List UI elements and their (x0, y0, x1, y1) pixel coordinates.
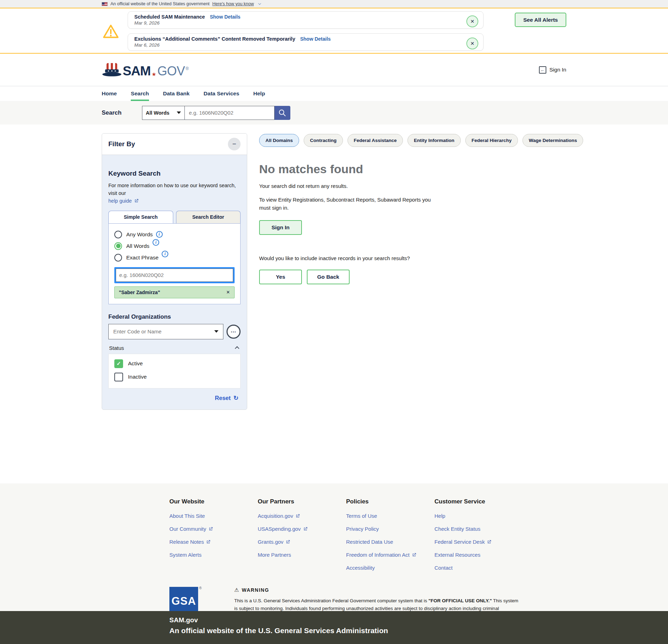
how-you-know-link[interactable]: Here's how you know (212, 1, 254, 6)
filter-by-title: Filter By (108, 140, 135, 148)
gsa-logo: GSA ® (169, 587, 198, 611)
nav-item-home[interactable]: Home (102, 86, 117, 101)
footer-link-release-notes[interactable]: Release Notes (169, 539, 258, 545)
domain-pill-wage-determinations[interactable]: Wage Determinations (522, 134, 583, 147)
yes-button[interactable]: Yes (259, 270, 302, 284)
footer-link-our-community[interactable]: Our Community (169, 526, 258, 532)
info-icon[interactable]: i (153, 239, 159, 246)
footer-link-check-entity-status[interactable]: Check Entity Status (434, 526, 523, 532)
more-organizations-button[interactable]: ... (227, 325, 241, 339)
footer-heading-customer-service: Customer Service (434, 498, 523, 505)
alert-date: Mar 9, 2026 (134, 20, 466, 26)
keyword-info-text: For more information on how to use our k… (108, 182, 241, 197)
footer-heading-our-partners: Our Partners (258, 498, 346, 505)
show-details-link[interactable]: Show Details (300, 36, 331, 42)
external-link-icon (303, 527, 308, 531)
nav-item-data-services[interactable]: Data Services (204, 86, 239, 101)
footer-link-usaspending-gov[interactable]: USASpending.gov (258, 526, 346, 532)
footer-link-terms-of-use[interactable]: Terms of Use (346, 513, 434, 519)
footer-link-grants-gov[interactable]: Grants.gov (258, 539, 346, 545)
logo-star-icon: ★ (151, 72, 156, 77)
simple-search-box: Any Words i All Words i Exact Phrase i (108, 223, 241, 304)
sign-in-link[interactable]: ← Sign In (539, 66, 566, 74)
site-footer: Our Website About This Site Our Communit… (0, 483, 668, 611)
radio-exact-phrase[interactable] (114, 254, 122, 262)
warning-title: WARNING (242, 587, 269, 593)
info-icon[interactable]: i (156, 231, 163, 238)
keyword-input[interactable] (116, 269, 233, 282)
domain-pill-federal-hierarchy[interactable]: Federal Hierarchy (465, 134, 518, 147)
sign-in-button[interactable]: Sign In (259, 220, 302, 235)
external-link-icon (285, 540, 290, 544)
go-back-button[interactable]: Go Back (307, 270, 350, 284)
nav-item-data-bank[interactable]: Data Bank (163, 86, 190, 101)
footer-link-contact[interactable]: Contact (434, 565, 523, 571)
footer-heading-our-website: Our Website (169, 498, 258, 505)
us-flag-icon (102, 2, 108, 6)
footer-link-external-resources[interactable]: External Resources (434, 552, 523, 558)
radio-any-words[interactable] (114, 231, 122, 238)
external-link-icon (412, 553, 417, 557)
footer-link-acquisition-gov[interactable]: Acquisition.gov (258, 513, 346, 519)
domain-pill-federal-assistance[interactable]: Federal Assistance (348, 134, 403, 147)
footer-link-more-partners[interactable]: More Partners (258, 552, 346, 558)
search-mode-select[interactable]: All Words (142, 106, 185, 120)
footer-link-system-alerts[interactable]: System Alerts (169, 552, 258, 558)
search-button[interactable] (275, 106, 290, 120)
dark-footer-title: SAM.gov (169, 616, 566, 624)
alert-date: Mar 6, 2026 (134, 42, 466, 48)
radio-all-words[interactable] (114, 242, 122, 250)
see-all-alerts-button[interactable]: See All Alerts (515, 13, 566, 27)
domain-pill-contracting[interactable]: Contracting (304, 134, 343, 147)
nav-item-search[interactable]: Search (131, 86, 149, 101)
alert-card: Exclusions “Additional Comments” Content… (128, 33, 484, 51)
inactive-records-question: Would you like to include inactive recor… (259, 255, 583, 261)
tab-simple-search[interactable]: Simple Search (108, 211, 173, 223)
domain-pill-all-domains[interactable]: All Domains (259, 134, 299, 147)
federal-organizations-select[interactable]: Enter Code or Name (108, 324, 223, 339)
logo-sam-text: SAM (123, 65, 150, 77)
alert-close-button[interactable]: ✕ (466, 15, 478, 27)
remove-tag-icon[interactable]: ✕ (226, 290, 230, 295)
external-link-icon (208, 527, 213, 531)
site-header: SAM ★ GOV ® ← Sign In (0, 54, 668, 86)
login-icon: ← (539, 66, 546, 74)
collapse-filters-button[interactable]: − (228, 138, 241, 150)
chevron-down-icon (214, 330, 218, 333)
footer-heading-policies: Policies (346, 498, 434, 505)
footer-link-federal-service-desk[interactable]: Federal Service Desk (434, 539, 523, 545)
footer-link-privacy-policy[interactable]: Privacy Policy (346, 526, 434, 532)
alert-close-button[interactable]: ✕ (466, 38, 478, 49)
alert-title: Exclusions “Additional Comments” Content… (134, 36, 295, 42)
show-details-link[interactable]: Show Details (210, 14, 240, 20)
search-input[interactable] (185, 106, 275, 120)
federal-organizations-heading: Federal Organizations (108, 313, 241, 320)
domain-pill-entity-information[interactable]: Entity Information (407, 134, 461, 147)
gov-banner: An official website of the United States… (0, 0, 668, 8)
info-icon[interactable]: i (162, 251, 168, 257)
help-guide-link[interactable]: help guide (108, 198, 132, 204)
reset-link[interactable]: Reset (215, 395, 231, 401)
checkbox-active[interactable]: ✓ (114, 359, 123, 368)
external-link-icon (487, 540, 492, 544)
warning-icon: ⚠ (234, 587, 239, 593)
keyword-search-heading: Keyword Search (108, 170, 241, 177)
logo-registered-mark: ® (185, 66, 189, 71)
footer-link-restricted-data-use[interactable]: Restricted Data Use (346, 539, 434, 545)
warning-triangle-icon (102, 12, 119, 51)
footer-link-foia[interactable]: Freedom of Information Act (346, 552, 434, 558)
filter-panel: Filter By − Keyword Search For more info… (102, 133, 247, 410)
chevron-up-icon[interactable] (235, 346, 239, 351)
main-area: Filter By − Keyword Search For more info… (0, 124, 668, 483)
sign-in-required-text: To view Entity Registrations, Subcontrac… (259, 196, 434, 212)
footer-link-help[interactable]: Help (434, 513, 523, 519)
gov-banner-text: An official website of the United States… (110, 1, 210, 6)
no-results-text: Your search did not return any results. (259, 183, 583, 189)
sam-gov-logo[interactable]: SAM ★ GOV ® (102, 62, 189, 77)
footer-link-about-this-site[interactable]: About This Site (169, 513, 258, 519)
tab-search-editor[interactable]: Search Editor (176, 211, 241, 223)
footer-link-accessibility[interactable]: Accessibility (346, 565, 434, 571)
checkbox-inactive[interactable] (114, 373, 123, 381)
nav-item-help[interactable]: Help (253, 86, 265, 101)
logo-gov-text: GOV (157, 65, 185, 77)
